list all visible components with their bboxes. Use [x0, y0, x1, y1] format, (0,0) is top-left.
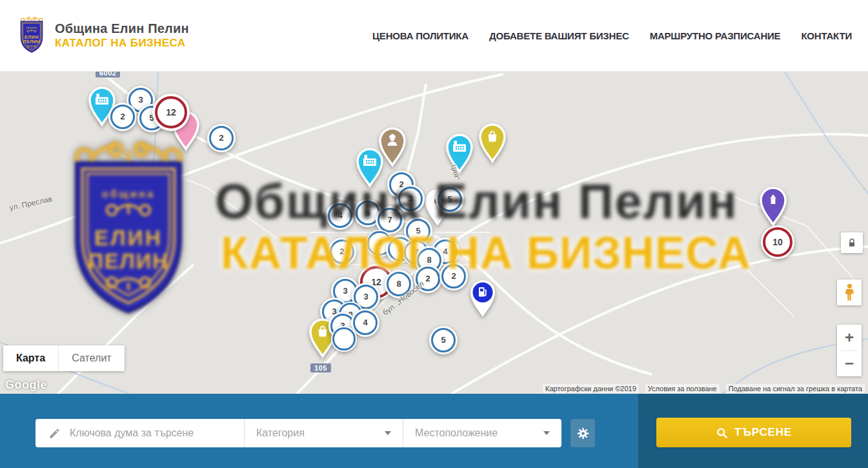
map-cluster-marker[interactable]: 5	[429, 326, 458, 354]
cluster-count: 12	[166, 107, 176, 117]
map-cluster-marker[interactable]: 2	[108, 103, 137, 131]
street-label: ул. Преслав	[8, 194, 53, 212]
nav-item-route-schedule[interactable]: МАРШРУТНО РАЗПИСАНИЕ	[650, 30, 781, 41]
factory-pin-marker[interactable]	[353, 147, 387, 190]
page: община ЕЛИН ПЕЛИН Община Елин Пелин КАТА…	[0, 0, 868, 468]
cluster-count: 3	[343, 286, 347, 296]
map-attribution: Картографски данни ©2019 Условия за полз…	[543, 384, 865, 393]
map-cluster-marker[interactable]	[331, 326, 357, 352]
search-button-label: ТЪРСЕНЕ	[734, 426, 792, 439]
cluster-count: 2	[451, 271, 456, 281]
header: община ЕЛИН ПЕЛИН Община Елин Пелин КАТА…	[0, 0, 868, 72]
search-submit-button[interactable]: ТЪРСЕНЕ	[656, 418, 851, 447]
cluster-count: 3	[408, 194, 412, 203]
site-subtitle: КАТАЛОГ НА БИЗНЕСА	[55, 37, 189, 50]
map-markers-layer: 325122235647542274822128333834510ул. Пре…	[0, 71, 868, 394]
terms-of-use-link[interactable]: Условия за ползване	[645, 384, 720, 393]
cluster-count: 2	[120, 112, 125, 121]
svg-text:община: община	[26, 26, 37, 29]
chevron-down-icon	[543, 431, 550, 435]
map-canvas[interactable]: 325122235647542274822128333834510ул. Пре…	[0, 71, 868, 394]
brand-logo-link[interactable]: община ЕЛИН ПЕЛИН Община Елин Пелин КАТА…	[16, 15, 189, 56]
cluster-count: 4	[443, 247, 447, 256]
map-type-map-button[interactable]: Карта	[3, 345, 59, 371]
category-select[interactable]: Категория	[245, 419, 403, 447]
search-icon	[716, 427, 728, 439]
location-select-label: Местоположение	[415, 427, 498, 439]
main-nav: ЦЕНОВА ПОЛИТИКА ДОБАВЕТЕ ВАШИЯТ БИЗНЕС М…	[372, 30, 852, 41]
map-cluster-marker[interactable]: 4	[326, 201, 354, 230]
svg-text:ЕЛИН: ЕЛИН	[25, 35, 39, 39]
lock-icon	[847, 238, 856, 248]
cluster-count: 8	[396, 279, 401, 289]
map-cluster-marker[interactable]: 5	[436, 185, 464, 214]
keyword-field	[35, 419, 245, 447]
zoom-out-button[interactable]: −	[837, 351, 862, 377]
cluster-count: 3	[363, 292, 368, 301]
fuel-pin-marker[interactable]	[466, 278, 500, 321]
cluster-count: 4	[338, 210, 342, 220]
search-fields: Категория Местоположение	[35, 419, 561, 447]
cluster-count: 2	[339, 247, 344, 256]
nav-item-contacts[interactable]: КОНТАКТИ	[801, 30, 852, 41]
nav-item-add-business[interactable]: ДОБАВЕТЕ ВАШИЯТ БИЗНЕС	[489, 30, 629, 41]
google-logo[interactable]: Google	[5, 378, 47, 392]
cluster-count: 4	[363, 318, 367, 327]
map-type-control: Карта Сателит	[3, 345, 125, 371]
map-cluster-marker[interactable]: 2	[328, 238, 356, 266]
cluster-count: 3	[138, 95, 143, 105]
cluster-count: 10	[772, 237, 783, 247]
chevron-down-icon	[385, 431, 391, 435]
road-number-shield: 6002	[96, 71, 120, 77]
cluster-count: 5	[416, 226, 420, 236]
pencil-icon	[48, 427, 61, 440]
cluster-count: 7	[387, 215, 392, 225]
map-cluster-marker[interactable]: 12	[152, 94, 190, 131]
cluster-count: 6	[365, 208, 370, 218]
keyword-search-input[interactable]	[68, 427, 226, 440]
zoom-in-button[interactable]: +	[837, 325, 862, 351]
advanced-settings-button[interactable]	[570, 419, 595, 447]
map-cluster-marker[interactable]: 10	[761, 225, 794, 259]
svg-text:ПЕЛИН: ПЕЛИН	[23, 39, 40, 44]
report-map-error-link[interactable]: Подаване на сигнал за грешка в картата	[726, 384, 865, 393]
cluster-count: 2	[398, 244, 402, 254]
cluster-count: 2	[219, 133, 223, 143]
cluster-count: 5	[441, 335, 445, 345]
map-type-satellite-button[interactable]: Сателит	[59, 345, 125, 371]
location-select[interactable]: Местоположение	[403, 419, 561, 447]
cluster-count: 4	[377, 238, 381, 248]
nav-item-pricing[interactable]: ЦЕНОВА ПОЛИТИКА	[372, 30, 469, 41]
road-number-shield: 105	[310, 363, 331, 372]
lock-scroll-button[interactable]	[841, 232, 863, 253]
gear-icon	[576, 427, 590, 440]
pegman-icon	[842, 283, 857, 303]
search-bar: Категория Местоположение	[0, 394, 868, 468]
bag-pin-marker[interactable]	[476, 122, 509, 166]
brand-text: Община Елин Пелин КАТАЛОГ НА БИЗНЕСА	[55, 21, 189, 50]
site-title: Община Елин Пелин	[55, 21, 189, 36]
map-cluster-marker[interactable]: 2	[439, 262, 468, 290]
cluster-count: 8	[427, 255, 431, 265]
map-cluster-marker[interactable]: 3	[396, 185, 425, 213]
zoom-control: + −	[837, 325, 862, 376]
attribution-copyright: Картографски данни ©2019	[543, 384, 639, 393]
church-pin-marker[interactable]	[756, 185, 790, 229]
category-select-label: Категория	[256, 427, 305, 439]
cluster-count: 2	[425, 274, 430, 283]
map-cluster-marker[interactable]: 2	[207, 124, 236, 152]
cluster-count: 5	[447, 194, 452, 204]
pegman-button[interactable]	[837, 280, 862, 305]
municipality-crest-logo: община ЕЛИН ПЕЛИН	[16, 15, 47, 56]
